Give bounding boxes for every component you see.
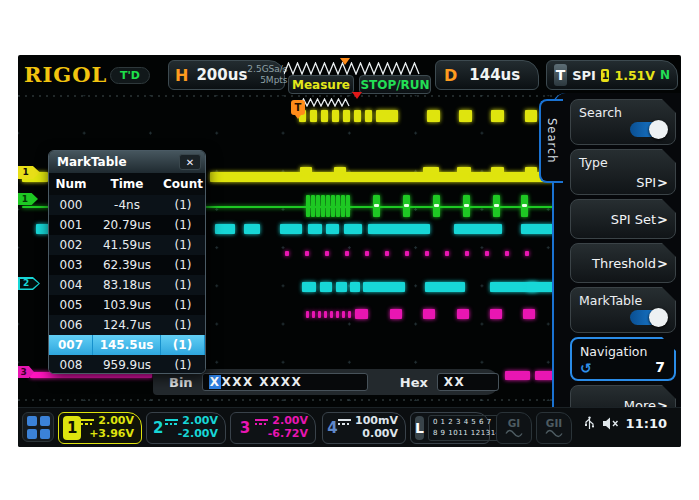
zoom-window-zigzag[interactable] [300, 92, 356, 111]
delay-value: 144us [469, 66, 520, 84]
usb-icon [584, 416, 595, 431]
marktable-title-text: MarkTable [57, 155, 127, 169]
clock: 11:10 [626, 416, 667, 431]
marktable-cell: 83.18us [93, 278, 161, 292]
sine-wave-icon [505, 429, 523, 438]
horizontal-settings-button[interactable]: H 200us 2.5GSa/s 5Mpts [168, 60, 285, 90]
oscilloscope-screen: RIGOL T'D H 200us 2.5GSa/s 5Mpts Measure… [18, 55, 681, 447]
trigger-type: SPI [572, 68, 596, 83]
logic-label: L [415, 416, 424, 440]
trigger-slope: N [660, 68, 670, 82]
logic-channels-indicator[interactable]: L 0 1 2 3 4 5 6 7 8 9 1011 12131415 [410, 412, 490, 444]
search-toggle[interactable] [630, 122, 666, 137]
menu-item-search[interactable]: Search [570, 99, 676, 145]
speaker-muted-icon [602, 417, 619, 430]
marktable-row-002[interactable]: 00241.59us(1) [49, 235, 205, 255]
marktable-cell: 20.79us [93, 218, 161, 232]
marktable-cell: 007 [49, 335, 93, 355]
generator-label: GII [546, 418, 562, 429]
menu-item-spi-set[interactable]: SPI Set> [570, 199, 676, 239]
marktable-cell: 41.59us [93, 238, 161, 252]
marktable-row-000[interactable]: 000-4ns(1) [49, 195, 205, 215]
dc-coupling-icon [165, 417, 178, 426]
marktable-cell: 005 [49, 298, 93, 312]
channel-1-values: 2.00V+3.96V [81, 415, 137, 440]
marktable-item-label: MarkTable [579, 293, 642, 308]
sine-wave-icon [545, 429, 563, 438]
menu-item-navigation[interactable]: Navigation ↺ 7 [570, 337, 676, 381]
spi-set-label: SPI Set> [611, 212, 668, 227]
decode-format-bar: Bin X XXX XXXX Hex XX [153, 369, 499, 395]
marktable-cell: 001 [49, 218, 93, 232]
menu-item-type[interactable]: Type SPI> [570, 149, 676, 195]
trigger-settings-button[interactable]: T SPI 1 1.51V N [546, 60, 678, 90]
marktable-cell: 62.39us [93, 258, 161, 272]
marktable-row-003[interactable]: 00362.39us(1) [49, 255, 205, 275]
hex-value-field[interactable]: XX [437, 373, 499, 391]
marktable-toggle[interactable] [630, 310, 666, 325]
marktable-cell: (1) [161, 218, 205, 232]
generator-1-indicator[interactable]: GI [496, 412, 532, 444]
bin-selected-char: X [209, 375, 222, 389]
marktable-cell: 008 [49, 358, 93, 372]
trigger-position-marker-icon[interactable] [352, 92, 362, 99]
marktable-row-007[interactable]: 007145.5us(1) [49, 335, 205, 355]
channel-4-values: 100mV0.00V [338, 415, 401, 440]
marktable-row-005[interactable]: 005103.9us(1) [49, 295, 205, 315]
ch3-position-marker-text: 3 [18, 368, 29, 377]
generator-label: GI [508, 418, 521, 429]
close-icon[interactable]: ✕ [179, 154, 201, 170]
d0-position-marker-text: 1 [18, 195, 32, 204]
chevron-right-icon: > [657, 212, 668, 227]
navigation-item-label: Navigation [580, 344, 647, 359]
marktable-cell: 103.9us [93, 298, 161, 312]
trigger-flag-icon[interactable]: T [291, 100, 305, 115]
channel-2-number: 2 [151, 416, 165, 440]
hex-label: Hex [400, 375, 428, 390]
threshold-label: Threshold> [592, 256, 668, 271]
channel-2-indicator[interactable]: 22.00V-2.00V [146, 412, 226, 444]
type-item-label: Type [579, 155, 608, 170]
search-menu-tab[interactable]: Search [539, 99, 563, 183]
zoom-region-marker-icon[interactable] [340, 58, 350, 65]
trigger-source-badge: 1 [601, 69, 610, 82]
marktable-cell: 004 [49, 278, 93, 292]
delay-settings-button[interactable]: D 144us [435, 60, 539, 90]
marktable-row-006[interactable]: 006124.7us(1) [49, 315, 205, 335]
channel-2-values: 2.00V-2.00V [165, 415, 221, 440]
channel-3-indicator[interactable]: 32.00V-6.72V [230, 412, 316, 444]
marktable-row-001[interactable]: 00120.79us(1) [49, 215, 205, 235]
horizontal-label: H [175, 66, 188, 85]
channel-1-offset: +3.96V [89, 428, 134, 441]
navigation-value: 7 [655, 359, 665, 375]
marktable-rows: 000-4ns(1)00120.79us(1)00241.59us(1)0036… [49, 195, 205, 374]
marktable-cell: (1) [161, 358, 205, 372]
menu-item-threshold[interactable]: Threshold> [570, 243, 676, 283]
marktable-cell: 002 [49, 238, 93, 252]
marktable-popup-title: MarkTable ✕ [49, 151, 205, 173]
hex-value: XX [444, 375, 466, 389]
offset-value: -6.72V [268, 428, 308, 441]
channel-3-values: 2.00V-6.72V [255, 415, 311, 440]
trigger-status-badge: T'D [110, 67, 150, 84]
search-item-label: Search [579, 105, 622, 120]
channel-2-offset: -2.00V [178, 428, 218, 441]
generator-2-indicator[interactable]: GII [536, 412, 572, 444]
channel-1-indicator[interactable]: 12.00V+3.96V [58, 412, 142, 444]
dc-coupling-icon [255, 417, 268, 426]
offset-value: 0.00V [362, 428, 398, 441]
status-icons: 11:10 [584, 416, 667, 431]
bin-value-field[interactable]: X XXX XXXX [202, 373, 368, 391]
offset-value: +3.96V [89, 428, 134, 441]
channel-4-indicator[interactable]: 4100mV0.00V [322, 412, 406, 444]
marktable-row-004[interactable]: 00483.18us(1) [49, 275, 205, 295]
trigger-level: 1.51V [614, 68, 655, 83]
memory-overview-zigzag[interactable] [284, 60, 421, 79]
marktable-row-008[interactable]: 008959.9us(1) [49, 355, 205, 374]
display-menu-icon[interactable] [22, 412, 54, 442]
rigol-logo: RIGOL [24, 62, 107, 87]
channel-4-offset: 0.00V [362, 428, 398, 441]
bin-label: Bin [169, 375, 193, 390]
menu-item-marktable[interactable]: MarkTable [570, 287, 676, 333]
channel-3-number: 3 [235, 416, 255, 440]
